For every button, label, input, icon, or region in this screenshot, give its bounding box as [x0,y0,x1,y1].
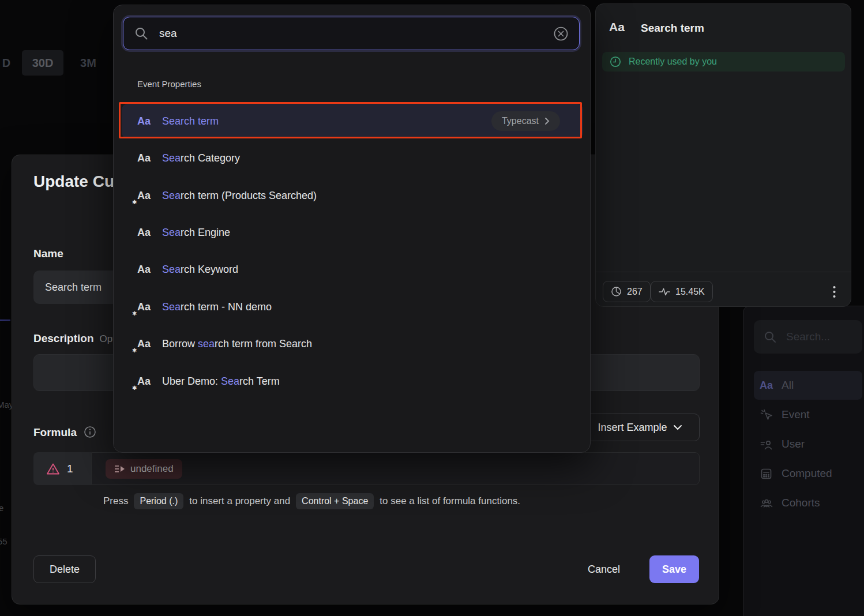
custom-property-star-icon: ✱ [132,199,137,205]
error-count: 1 [67,463,73,475]
text-type-icon: Aa [137,115,155,127]
time-range-button-30d[interactable]: 30D [22,50,63,76]
kebab-menu-icon[interactable] [833,281,836,302]
custom-text-type-icon: Aa ✱ [137,338,155,350]
clear-search-icon[interactable] [553,26,569,42]
sidebar-search-box[interactable] [754,320,862,354]
result-row-search-keyword[interactable]: Aa Search Keyword [122,252,583,287]
property-search-dropdown: Event Properties Aa Search term Typecast… [113,5,591,453]
formula-label: Formula [33,426,96,439]
property-info-panel: Aa Search term Recently used by you 267 … [595,3,851,307]
clock-icon [609,55,622,68]
chart-line-fragment [0,320,10,321]
typecast-badge[interactable]: Typecast [491,111,560,131]
chart-axis-label: e [0,503,3,513]
app-root: D 30D 3M May e 55 Update Cu Name Descrip… [0,0,864,616]
key-badge-ctrl-space: Control + Space [296,493,374,509]
result-row-uber-demo-search-term[interactable]: Aa ✱ Uber Demo: Search Term [122,364,583,399]
custom-property-star-icon: ✱ [132,385,137,391]
panel-divider [596,272,851,272]
cohorts-icon [760,497,782,510]
result-row-search-term[interactable]: Aa Search term Typecast [122,104,583,138]
event-volume-chip[interactable]: 15.45K [651,281,713,302]
text-type-icon: Aa [760,380,773,392]
search-icon [134,26,149,41]
custom-property-star-icon: ✱ [132,310,137,317]
property-title: Search term [641,22,704,35]
filter-event[interactable]: Event [754,402,862,427]
delete-button[interactable]: Delete [33,555,96,583]
result-label: Search Category [162,152,240,164]
computed-icon [760,467,782,480]
modal-title: Update Cu [33,172,114,191]
warning-icon [46,463,60,475]
text-type-icon: Aa [137,152,155,164]
info-icon[interactable] [84,426,96,438]
function-icon [114,464,125,474]
insert-example-button[interactable]: Insert Example [580,414,700,441]
user-icon [760,438,782,451]
result-row-search-term-nn-demo[interactable]: Aa ✱ Search term - NN demo [122,290,583,324]
pie-chart-icon [611,286,622,297]
result-label: Uber Demo: Search Term [162,375,280,388]
activity-icon [659,287,670,296]
result-label: Borrow search term from Search [162,338,312,350]
filter-computed[interactable]: Computed [754,461,862,486]
key-badge-period: Period (.) [134,493,183,509]
recently-used-badge: Recently used by you [602,52,845,72]
search-box[interactable] [123,17,580,50]
custom-text-type-icon: Aa ✱ [137,190,155,202]
time-range-button-partial[interactable]: D [0,50,13,76]
undefined-token[interactable]: undefined [106,459,182,479]
formula-error-gutter: 1 [33,452,91,485]
result-label: Search term (Products Searched) [162,190,317,202]
time-range-button-3m[interactable]: 3M [72,50,105,76]
filter-user[interactable]: User [754,431,862,457]
sidebar-search-input[interactable] [785,330,853,344]
filter-cohorts[interactable]: Cohorts [754,490,862,516]
formula-editor[interactable]: undefined [91,452,700,485]
result-row-search-category[interactable]: Aa Search Category [122,141,583,175]
text-type-icon: Aa [609,20,625,34]
text-type-icon: Aa [137,264,155,276]
formula-hint: Press Period (.) to insert a property an… [103,493,520,509]
result-label: Search term [162,115,219,127]
property-filter-sidebar: Aa All Event User [743,306,864,616]
chevron-right-icon [544,117,550,125]
event-icon [760,408,782,422]
result-row-search-engine[interactable]: Aa Search Engine [122,215,583,250]
distinct-values-chip[interactable]: 267 [603,281,651,302]
text-type-icon: Aa [137,227,155,239]
chevron-down-icon [673,425,682,430]
result-row-borrow-search-term[interactable]: Aa ✱ Borrow search term from Search [122,326,583,361]
custom-text-type-icon: Aa ✱ [137,375,155,388]
result-label: Search term - NN demo [162,301,272,313]
filter-all[interactable]: Aa All [754,371,862,400]
result-label: Search Keyword [162,264,238,276]
cancel-button[interactable]: Cancel [576,555,632,583]
name-label: Name [33,247,63,260]
custom-property-star-icon: ✱ [132,347,137,354]
save-button[interactable]: Save [649,555,699,583]
search-icon [763,330,777,344]
section-label: Event Properties [137,79,201,89]
result-row-search-term-products[interactable]: Aa ✱ Search term (Products Searched) [122,178,583,213]
custom-text-type-icon: Aa ✱ [137,301,155,313]
property-search-input[interactable] [158,27,544,40]
chart-axis-label: 55 [0,536,7,546]
result-label: Search Engine [162,227,230,239]
